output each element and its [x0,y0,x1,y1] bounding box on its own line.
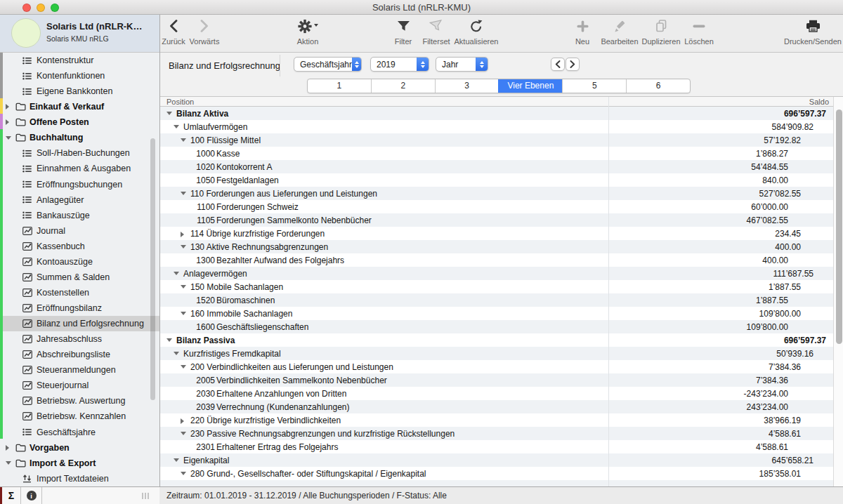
sidebar-item-er-ffnungsbuchungen[interactable]: Eröffnungsbuchungen [0,177,159,192]
level-segment[interactable]: 2 [371,79,435,93]
table-row[interactable]: 1000Kasse1’868.27 [160,147,833,160]
sidebar-scrollbar-thumb[interactable] [150,138,155,400]
sidebar-item-einnahmen-ausgaben[interactable]: Einnahmen & Ausgaben [0,161,159,176]
sidebar-item-kassenbuch[interactable]: Kassenbuch [0,239,159,254]
sidebar-item-kontenstruktur[interactable]: Kontenstruktur [0,53,159,68]
table-row[interactable]: 200 Verbindlichkeiten aus Lieferungen un… [160,360,833,373]
table-row[interactable]: 114 Übrige kurzfristige Forderungen234.4… [160,227,833,240]
sidebar-item-bilanz-und-erfolgsrechnung[interactable]: Bilanz und Erfolgsrechnung [0,316,159,331]
disclosure-triangle[interactable] [166,112,172,115]
disclosure-triangle[interactable] [181,432,186,435]
disclosure-triangle[interactable] [181,418,184,424]
table-row[interactable]: Kurzfristiges Fremdkapital50’939.16 [160,347,833,360]
scrollbar-thumb[interactable] [836,110,842,344]
table-row[interactable]: Eigenkapital645’658.21 [160,453,833,467]
table-row[interactable]: 1050Festgeldanlagen840.00 [160,173,833,187]
sidebar-item-bankausz-ge[interactable]: Bankauszüge [0,208,159,223]
table-row[interactable]: 2030Erhaltene Anzahlungen von Dritten-24… [160,387,833,400]
refresh-button[interactable]: Aktualisieren [449,16,504,51]
sidebar-item-betriebsw-auswertung[interactable]: Betriebsw. Auswertung [0,393,159,409]
disclosure-triangle[interactable] [181,365,186,369]
sidebar-item-kontenfunktionen[interactable]: Kontenfunktionen [0,68,159,84]
sidebar-divider[interactable] [159,15,160,504]
sidebar-item-abschreibungsliste[interactable]: Abschreibungsliste [0,347,159,362]
table-row[interactable]: 1300Bezahlter Aufwand des Folgejahrs400.… [160,253,833,267]
sidebar-item-eigene-bankkonten[interactable]: Eigene Bankkonten [0,84,159,99]
disclosure-triangle[interactable] [181,312,186,315]
sum-button[interactable]: Σ [0,487,21,504]
table-row[interactable]: Bilanz Passiva696’597.37 [160,333,833,347]
disclosure-triangle[interactable] [174,125,179,128]
table-row[interactable]: Bilanz Aktiva696’597.37 [160,107,833,120]
sidebar-item-kostenstellen[interactable]: Kostenstellen [0,285,159,300]
table-row[interactable]: Anlagevermögen111’687.55 [160,267,833,280]
disclosure-triangle[interactable] [181,232,184,237]
table-row[interactable]: 130 Aktive Rechnungsabgrenzungen400.00 [160,240,833,253]
table-row[interactable]: Umlaufvermögen584’909.82 [160,120,833,133]
year-select[interactable]: 2019 [370,57,429,72]
disclosure-triangle[interactable] [6,445,15,451]
level-segment[interactable]: 6 [626,79,690,93]
disclosure-triangle[interactable] [174,272,179,275]
disclosure-triangle[interactable] [6,461,15,465]
company-header[interactable]: Solaris Ltd (nRLR-K… Solaris KMU nRLG [0,15,159,52]
table-row[interactable]: 150 Mobile Sachanlagen1’887.55 [160,280,833,293]
filter-button[interactable]: Filter [386,16,421,51]
sidebar-item-jahresabschluss[interactable]: Jahresabschluss [0,331,159,347]
table-row[interactable]: 1520Büromaschinen1’887.55 [160,293,833,307]
table-row[interactable]: 230 Passive Rechnungsabgrenzungen und ku… [160,427,833,440]
disclosure-triangle[interactable] [181,245,186,248]
table-row[interactable]: 1020Kontokorrent A54’484.55 [160,160,833,173]
sidebar-item-steuerjournal[interactable]: Steuerjournal [0,378,159,393]
sidebar-item-er-ffnungsbilanz[interactable]: Eröffnungsbilanz [0,300,159,316]
level-segment[interactable]: 3 [435,79,499,93]
forward-button[interactable]: Vorwärts [186,16,223,51]
table-row[interactable]: 1100Forderungen Schweiz60’000.00 [160,200,833,213]
table-row[interactable]: 280 Grund-, Gesellschafter- oder Stiftun… [160,467,833,480]
sidebar-item-summen-salden[interactable]: Summen & Salden [0,270,159,285]
sidebar-item-buchhaltung[interactable]: Buchhaltung [0,130,159,145]
duplicate-button[interactable]: Duplizieren [636,16,686,51]
level-segment[interactable]: Vier Ebenen [498,79,562,93]
disclosure-triangle[interactable] [166,338,172,342]
level-segment[interactable]: 1 [308,79,371,93]
period-select[interactable]: Jahr [436,57,488,72]
new-button[interactable]: Neu [568,16,596,51]
disclosure-triangle[interactable] [174,352,179,355]
column-header-position[interactable]: Position [166,98,194,106]
table-row[interactable]: 2301Erhaltener Ertrag des Folgejahrs4’58… [160,440,833,453]
resize-grip-icon[interactable] [142,493,149,499]
action-button[interactable]: Aktion [286,16,329,51]
sidebar-item-import-textdateien[interactable]: Import Textdateien [0,471,159,486]
disclosure-triangle[interactable] [174,458,179,462]
sidebar-item-steueranmeldungen[interactable]: Steueranmeldungen [0,362,159,378]
table-row[interactable]: 1105Forderungen Sammelkonto Nebenbücher4… [160,213,833,227]
sidebar-item-import-export[interactable]: Import & Export [0,456,159,471]
disclosure-triangle[interactable] [181,472,186,475]
disclosure-triangle[interactable] [181,138,186,142]
disclosure-triangle[interactable] [181,192,186,195]
disclosure-triangle[interactable] [181,285,186,289]
vertical-scrollbar[interactable] [833,97,843,486]
back-button[interactable]: Zurück [159,16,188,51]
next-period-button[interactable] [566,58,580,71]
column-divider[interactable] [608,97,609,486]
sidebar-item-gesch-ftsjahre[interactable]: Geschäftsjahre [0,425,159,440]
sidebar-item-journal[interactable]: Journal [0,223,159,239]
table-row[interactable]: 110 Forderungen aus Lieferungen und Leis… [160,187,833,200]
sidebar-item-anlageg-ter[interactable]: Anlagegüter [0,192,159,208]
sidebar-item-offene-posten[interactable]: Offene Posten [0,114,159,130]
sidebar-item-betriebsw-kennzahlen[interactable]: Betriebsw. Kennzahlen [0,409,159,424]
table-row[interactable]: 160 Immobile Sachanlagen109’800.00 [160,307,833,320]
print-send-button[interactable]: Drucken/Senden [780,16,843,51]
sidebar-item-soll-haben-buchungen[interactable]: Soll-/Haben-Buchungen [0,145,159,161]
table-row[interactable]: 100 Flüssige Mittel57’192.82 [160,133,833,147]
column-header-saldo[interactable]: Saldo [809,98,829,106]
fiscal-year-type-select[interactable]: Geschäftsjahr [294,57,362,72]
previous-period-button[interactable] [551,58,565,71]
info-button[interactable]: i [21,487,42,504]
table-row[interactable]: 220 Übrige kurzfristige Verbindlichkeite… [160,413,833,427]
table-row[interactable]: 2005Verbindlichkeiten Sammelkonto Nebenb… [160,373,833,387]
table-row[interactable]: 1600Geschäftsliegenschaften109’800.00 [160,320,833,333]
level-segment[interactable]: 5 [562,79,626,93]
